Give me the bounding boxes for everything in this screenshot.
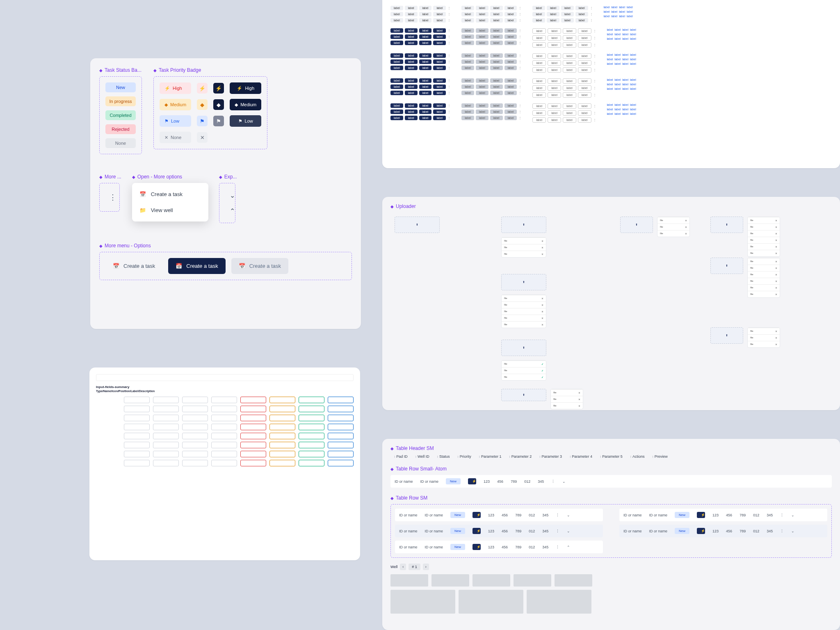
chevron-up-icon[interactable]: ⌃ <box>225 205 240 217</box>
input-field[interactable] <box>240 397 266 403</box>
input-field[interactable] <box>153 406 179 412</box>
input-field[interactable] <box>269 424 295 430</box>
input-field[interactable] <box>328 397 354 403</box>
chevron-down-icon[interactable]: ⌄ <box>791 513 794 517</box>
kebab-icon[interactable]: ⋮ <box>105 189 120 205</box>
input-field[interactable] <box>124 433 150 439</box>
column-header[interactable]: Parameter 4 <box>569 454 592 459</box>
input-field[interactable] <box>269 415 295 421</box>
kebab-icon[interactable]: ⋮ <box>556 545 559 549</box>
input-field[interactable] <box>182 433 208 439</box>
upload-dropzone[interactable]: ⬆ <box>501 389 546 401</box>
menu-item-view-well[interactable]: 📁 View well <box>132 202 208 218</box>
input-field[interactable] <box>211 406 237 412</box>
input-field[interactable] <box>299 433 324 439</box>
search-bar[interactable] <box>96 374 354 381</box>
input-field[interactable] <box>124 451 150 457</box>
input-field[interactable] <box>328 451 354 457</box>
input-field[interactable] <box>182 442 208 448</box>
input-field[interactable] <box>153 415 179 421</box>
input-field[interactable] <box>182 415 208 421</box>
chevron-down-icon[interactable]: ⌄ <box>791 529 794 533</box>
input-field[interactable] <box>328 442 354 448</box>
input-field[interactable] <box>124 406 150 412</box>
input-field[interactable] <box>182 406 208 412</box>
input-field[interactable] <box>328 406 354 412</box>
input-field[interactable] <box>153 397 179 403</box>
input-field[interactable] <box>153 460 179 466</box>
pager-next[interactable]: › <box>423 564 429 570</box>
upload-dropzone[interactable]: ⬆ <box>620 217 653 233</box>
column-header[interactable]: Priority <box>457 454 471 459</box>
menu-item-create-task[interactable]: 📅 Create a task <box>132 186 208 202</box>
input-field[interactable] <box>182 424 208 430</box>
chevron-down-icon[interactable]: ⌄ <box>567 529 570 533</box>
input-field[interactable] <box>299 451 324 457</box>
input-field[interactable] <box>299 424 324 430</box>
input-field[interactable] <box>299 442 324 448</box>
upload-dropzone[interactable]: ⬆ <box>710 258 743 274</box>
input-field[interactable] <box>211 433 237 439</box>
chevron-down-icon[interactable]: ⌄ <box>562 479 566 484</box>
input-field[interactable] <box>182 460 208 466</box>
upload-dropzone[interactable]: ⬆ <box>501 217 546 233</box>
create-task-button-primary[interactable]: 📅 Create a task <box>168 258 225 274</box>
input-field[interactable] <box>240 406 266 412</box>
input-field[interactable] <box>153 451 179 457</box>
input-field[interactable] <box>124 424 150 430</box>
input-field[interactable] <box>328 415 354 421</box>
input-field[interactable] <box>153 433 179 439</box>
input-field[interactable] <box>182 451 208 457</box>
input-field[interactable] <box>269 460 295 466</box>
chevron-down-icon[interactable]: ⌄ <box>567 513 570 517</box>
input-field[interactable] <box>211 424 237 430</box>
input-field[interactable] <box>240 415 266 421</box>
input-field[interactable] <box>124 460 150 466</box>
input-field[interactable] <box>269 433 295 439</box>
input-field[interactable] <box>153 424 179 430</box>
input-field[interactable] <box>211 451 237 457</box>
input-field[interactable] <box>211 460 237 466</box>
kebab-icon[interactable]: ⋮ <box>780 529 784 533</box>
column-header[interactable]: Actions <box>630 454 645 459</box>
chevron-up-icon[interactable]: ⌃ <box>567 545 570 549</box>
kebab-icon[interactable]: ⋮ <box>551 479 555 484</box>
column-header[interactable]: Parameter 5 <box>600 454 623 459</box>
input-field[interactable] <box>240 451 266 457</box>
input-field[interactable] <box>124 415 150 421</box>
column-header[interactable]: Status <box>437 454 450 459</box>
kebab-icon[interactable]: ⋮ <box>556 529 559 533</box>
chevron-down-icon[interactable]: ⌄ <box>225 189 240 201</box>
input-field[interactable] <box>299 460 324 466</box>
input-field[interactable] <box>269 451 295 457</box>
upload-dropzone[interactable]: ⬆ <box>710 217 743 233</box>
column-header[interactable]: Well ID <box>415 454 429 459</box>
upload-dropzone[interactable]: ⬆ <box>501 340 546 356</box>
input-field[interactable] <box>211 415 237 421</box>
input-field[interactable] <box>240 433 266 439</box>
kebab-icon[interactable]: ⋮ <box>780 513 784 517</box>
input-field[interactable] <box>328 460 354 466</box>
input-field[interactable] <box>211 442 237 448</box>
input-field[interactable] <box>124 397 150 403</box>
input-field[interactable] <box>269 406 295 412</box>
input-field[interactable] <box>211 397 237 403</box>
input-field[interactable] <box>269 442 295 448</box>
input-field[interactable] <box>299 415 324 421</box>
column-header[interactable]: Parameter 2 <box>509 454 532 459</box>
input-field[interactable] <box>240 460 266 466</box>
create-task-button-ghost[interactable]: 📅 Create a task <box>105 258 162 274</box>
input-field[interactable] <box>269 397 295 403</box>
input-field[interactable] <box>240 442 266 448</box>
input-field[interactable] <box>328 433 354 439</box>
column-header[interactable]: Pad ID <box>394 454 408 459</box>
upload-dropzone[interactable]: ⬆ <box>501 274 546 290</box>
kebab-icon[interactable]: ⋮ <box>556 513 559 517</box>
upload-dropzone[interactable]: ⬆ <box>395 217 440 233</box>
input-field[interactable] <box>299 406 324 412</box>
column-header[interactable]: Parameter 3 <box>539 454 562 459</box>
upload-dropzone[interactable]: ⬆ <box>710 327 743 344</box>
column-header[interactable]: Preview <box>652 454 667 459</box>
input-field[interactable] <box>299 397 324 403</box>
input-field[interactable] <box>124 442 150 448</box>
